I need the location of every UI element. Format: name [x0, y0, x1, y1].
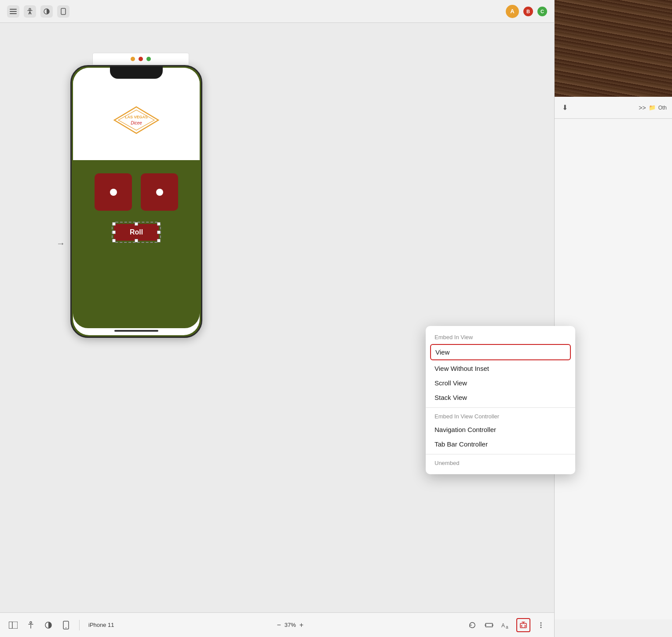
phone-frame: LAS VEGAS Dicee	[70, 65, 202, 338]
accessibility-icon[interactable]	[25, 619, 37, 631]
embed-menu-popup: Embed In View View View Without Inset Sc…	[426, 326, 575, 474]
embed-view-item[interactable]: View	[430, 344, 571, 360]
user-avatar-1[interactable]: A	[506, 5, 519, 18]
svg-rect-2	[10, 13, 17, 14]
selection-handle-br	[157, 239, 161, 242]
right-panel-image	[555, 0, 672, 97]
phone-screen: LAS VEGAS Dicee	[73, 68, 200, 335]
more-options-icon[interactable]	[535, 619, 547, 631]
die-dot-1	[110, 189, 117, 196]
menu-separator-1	[426, 407, 575, 408]
canvas-area: A B C →	[0, 0, 554, 637]
die-1[interactable]	[95, 173, 132, 211]
embed-in-view-header: Embed In View	[426, 331, 575, 343]
zoom-controls: − 37% +	[277, 621, 303, 629]
embed-tab-bar-controller-item[interactable]: Tab Bar Controller	[426, 437, 575, 451]
phone-title-bar	[92, 53, 189, 65]
svg-text:Dicee: Dicee	[131, 121, 142, 125]
user-avatar-3[interactable]: C	[537, 7, 547, 16]
top-toolbar: A B C	[0, 0, 554, 23]
die-2[interactable]	[141, 173, 178, 211]
selection-handle-bl	[112, 239, 116, 242]
embed-scroll-view-item[interactable]: Scroll View	[426, 376, 575, 390]
svg-text:A: A	[501, 622, 505, 629]
embed-button[interactable]	[516, 618, 530, 632]
right-panel-nav-row: >> 📁 Oth	[639, 104, 667, 111]
zoom-out-button[interactable]: −	[277, 621, 281, 629]
device-rotate-button[interactable]	[57, 5, 69, 18]
roll-button-container: Roll	[114, 224, 159, 241]
title-dot-2	[139, 57, 143, 61]
phone-notch	[110, 66, 163, 79]
selection-handle-tl	[112, 222, 116, 226]
phone-home-indicator	[114, 330, 158, 332]
device-icon[interactable]	[60, 619, 72, 631]
svg-point-15	[66, 627, 66, 628]
svg-rect-16	[486, 623, 493, 627]
phone-bottom-section: Roll	[73, 160, 200, 328]
text-size-icon[interactable]: A a	[500, 619, 512, 631]
las-vegas-dice-logo: LAS VEGAS Dicee	[112, 105, 161, 135]
other-label: Oth	[658, 105, 667, 111]
user-avatar-2[interactable]: B	[523, 7, 533, 16]
zoom-in-button[interactable]: +	[299, 621, 303, 629]
top-right-icons: A B C	[506, 5, 547, 18]
toolbar-separator-1	[79, 620, 80, 630]
dice-container	[95, 173, 178, 211]
unembed-header: Unembed	[426, 457, 575, 469]
selection-handle-tr	[157, 222, 161, 226]
selection-handle-tc	[135, 222, 138, 226]
svg-rect-0	[10, 9, 17, 10]
tree-bark-texture	[555, 0, 672, 97]
selection-handle-bc	[135, 239, 138, 242]
svg-rect-11	[9, 622, 18, 629]
embed-in-view-controller-header: Embed In View Controller	[426, 410, 575, 422]
top-left-icons	[7, 5, 69, 18]
roll-button[interactable]: Roll	[114, 224, 159, 241]
bottom-right-controls: A a	[466, 618, 547, 632]
svg-rect-10	[9, 622, 12, 629]
svg-text:a: a	[506, 625, 508, 629]
chevron-icon[interactable]: >>	[639, 104, 646, 111]
right-panel: ⬇ >> 📁 Oth	[554, 0, 672, 637]
sidebar-toggle-button[interactable]	[7, 5, 19, 18]
svg-point-24	[541, 626, 542, 628]
sidebar-icon[interactable]	[7, 619, 19, 631]
selection-handle-mr	[157, 231, 161, 234]
phone-mockup: LAS VEGAS Dicee	[70, 53, 202, 338]
canvas-arrow: →	[56, 238, 65, 249]
phone-top-section: LAS VEGAS Dicee	[73, 68, 200, 160]
svg-marker-7	[118, 110, 154, 130]
folder-icon[interactable]: 📁	[649, 104, 656, 111]
bottom-toolbar: iPhone 11 − 37% + A	[0, 612, 554, 637]
svg-text:LAS VEGAS: LAS VEGAS	[125, 115, 148, 119]
accessibility-button[interactable]	[24, 5, 36, 18]
title-dot-1	[131, 57, 135, 61]
svg-point-22	[541, 622, 542, 623]
right-panel-toolbar: ⬇ >> 📁 Oth	[555, 97, 672, 119]
svg-rect-1	[10, 11, 17, 12]
contrast-icon[interactable]	[42, 619, 55, 631]
embed-view-without-inset-item[interactable]: View Without Inset	[426, 361, 575, 376]
svg-rect-5	[61, 8, 66, 15]
svg-point-23	[541, 624, 542, 626]
embed-navigation-controller-item[interactable]: Navigation Controller	[426, 422, 575, 437]
align-icon[interactable]	[483, 619, 495, 631]
download-icon[interactable]: ⬇	[560, 103, 570, 113]
menu-separator-2	[426, 454, 575, 454]
embed-stack-view-item[interactable]: Stack View	[426, 390, 575, 405]
svg-point-3	[29, 8, 31, 10]
contrast-button[interactable]	[40, 5, 53, 18]
device-name-label: iPhone 11	[88, 622, 114, 628]
die-dot-2	[156, 189, 163, 196]
svg-point-12	[30, 622, 32, 623]
rotate-icon[interactable]	[466, 619, 478, 631]
title-dot-3	[146, 57, 151, 61]
selection-handle-ml	[112, 231, 116, 234]
zoom-value-label: 37%	[285, 622, 296, 628]
